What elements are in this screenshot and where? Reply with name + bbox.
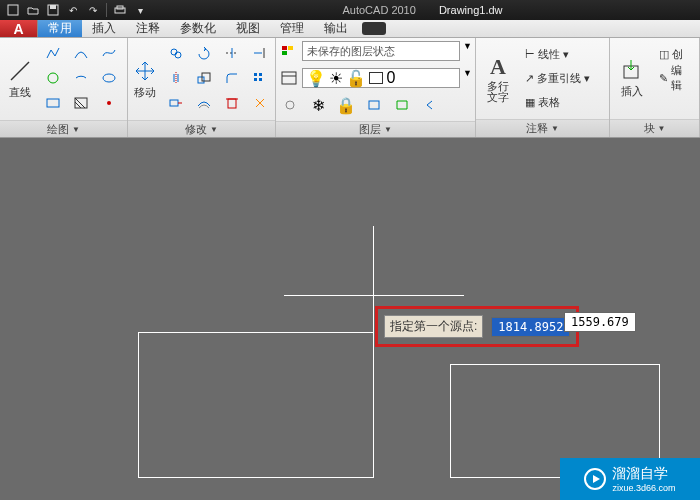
layer-picker[interactable]: 💡 ☀ 🔓 0 [302,68,460,88]
layer-match-icon[interactable] [391,95,413,115]
layer-states-icon[interactable] [279,68,299,88]
linear-dim-button[interactable]: ⊢线性 ▾ [525,43,590,65]
panel-draw: 直线 绘图▼ [0,38,128,137]
undo-icon[interactable]: ↶ [64,2,82,18]
insert-icon [620,58,644,82]
tab-insert[interactable]: 插入 [82,20,126,37]
panel-label-modify[interactable]: 修改▼ [128,120,275,137]
array-icon[interactable] [249,68,271,88]
tab-view[interactable]: 视图 [226,20,270,37]
svg-rect-30 [288,46,293,50]
panel-annotation: A 多行 文字 ⊢线性 ▾ ↗多重引线 ▾ ▦表格 注释▼ [476,38,610,137]
svg-point-6 [48,73,58,83]
modify-tools [163,41,275,117]
command-prompt-text: 指定第一个源点: [384,315,483,338]
svg-point-13 [171,49,177,55]
svg-rect-20 [198,77,204,83]
svg-rect-24 [254,78,257,81]
panel-label-block[interactable]: 块▼ [610,119,699,137]
panel-label-draw[interactable]: 绘图▼ [0,120,127,137]
move-button[interactable]: 移动 [131,41,159,117]
svg-line-5 [11,62,29,80]
svg-rect-25 [259,78,262,81]
edit-block-button[interactable]: ✎编辑 [659,67,693,89]
tab-home[interactable]: 常用 [38,20,82,37]
svg-point-7 [103,74,115,82]
watermark: 溜溜自学 zixue.3d66.com [560,458,700,500]
panel-label-annotation[interactable]: 注释▼ [476,119,609,137]
table-button[interactable]: ▦表格 [525,91,590,113]
crosshair-horizontal [284,295,464,296]
color-swatch [369,72,383,84]
trim-icon[interactable] [221,43,243,63]
hatch-icon[interactable] [70,93,92,113]
print-icon[interactable] [111,2,129,18]
polyline-icon[interactable] [42,43,64,63]
svg-rect-26 [170,100,178,106]
mleader-button[interactable]: ↗多重引线 ▾ [525,67,590,89]
bulb-icon: 💡 [306,69,326,88]
spline-icon[interactable] [98,43,120,63]
tab-parametric[interactable]: 参数化 [170,20,226,37]
scale-icon[interactable] [193,68,215,88]
layer-prev-icon[interactable] [419,95,441,115]
tab-manage[interactable]: 管理 [270,20,314,37]
erase-icon[interactable] [221,93,243,113]
app-menu-button[interactable]: A [0,20,38,37]
svg-rect-22 [254,73,257,76]
title-center: AutoCAD 2010 Drawing1.dw [149,4,696,16]
layer-iso-icon[interactable] [363,95,385,115]
file-name: Drawing1.dw [439,4,503,16]
panel-label-layer[interactable]: 图层▼ [276,121,475,137]
insert-block-button[interactable]: 插入 [613,41,651,116]
ellipse-arc-icon[interactable] [70,68,92,88]
app-name: AutoCAD 2010 [342,4,415,16]
tab-annotate[interactable]: 注释 [126,20,170,37]
svg-point-12 [107,101,111,105]
stretch-icon[interactable] [165,93,187,113]
open-icon[interactable] [24,2,42,18]
tab-extra-icon[interactable] [362,22,386,35]
ellipse-icon[interactable] [98,68,120,88]
explode-icon[interactable] [249,93,271,113]
point-icon[interactable] [98,93,120,113]
chevron-down-icon[interactable]: ▼ [463,68,472,88]
panel-layer: 未保存的图层状态 ▼ 💡 ☀ 🔓 0 ▼ ❄ 🔒 [276,38,476,137]
svg-rect-0 [8,5,18,15]
layer-state-dropdown[interactable]: 未保存的图层状态 [302,41,460,61]
layer-lock-icon[interactable]: 🔒 [335,95,357,115]
copy-icon[interactable] [165,43,187,63]
arc-icon[interactable] [70,43,92,63]
layer-freeze-icon[interactable]: ❄ [307,95,329,115]
rotate-icon[interactable] [193,43,215,63]
move-icon [133,59,157,83]
rectangle-icon[interactable] [42,93,64,113]
coord-x-input[interactable]: 1814.8952 [491,317,570,337]
tab-output[interactable]: 输出 [314,20,358,37]
line-button[interactable]: 直线 [3,41,36,117]
qat-dropdown-icon[interactable]: ▾ [131,2,149,18]
coord-y-input[interactable]: 1559.679 [564,312,636,332]
svg-rect-8 [47,99,59,107]
save-icon[interactable] [44,2,62,18]
create-block-button[interactable]: ◫创 [659,43,693,65]
new-icon[interactable] [4,2,22,18]
watermark-url: zixue.3d66.com [612,483,675,493]
circle-icon[interactable] [42,68,64,88]
quick-access-toolbar: ↶ ↷ ▾ [4,2,149,18]
text-icon: A [486,55,510,79]
layer-properties-icon[interactable] [279,41,299,61]
mirror-icon[interactable] [165,68,187,88]
chevron-down-icon[interactable]: ▼ [463,41,472,61]
mtext-button[interactable]: A 多行 文字 [479,41,517,116]
svg-point-14 [175,52,181,58]
drawing-rectangle-1 [138,332,374,478]
sun-icon: ☀ [329,69,343,88]
fillet-icon[interactable] [221,68,243,88]
layer-off-icon[interactable] [279,95,301,115]
ribbon-tabs: A 常用 插入 注释 参数化 视图 管理 输出 [0,20,700,38]
drawing-viewport[interactable]: 指定第一个源点: 1814.8952 1559.679 溜溜自学 zixue.3… [0,138,700,500]
redo-icon[interactable]: ↷ [84,2,102,18]
offset-icon[interactable] [193,93,215,113]
extend-icon[interactable] [249,43,271,63]
